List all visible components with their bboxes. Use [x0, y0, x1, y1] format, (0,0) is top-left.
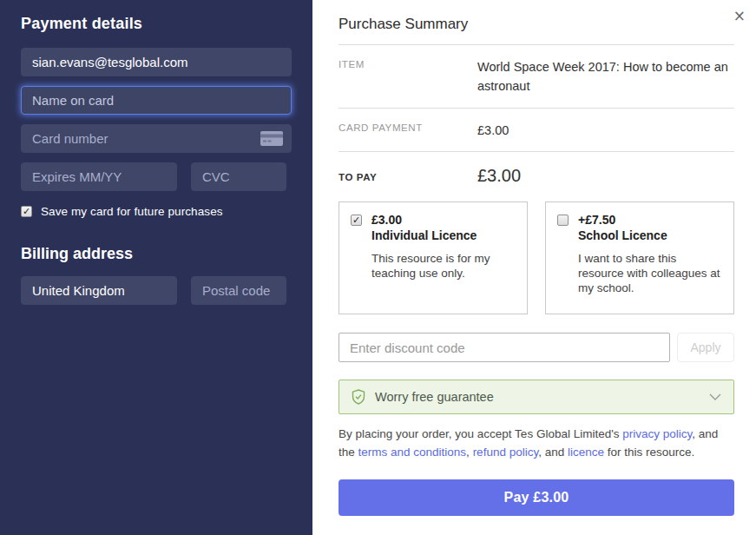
- school-licence-name: School Licence: [578, 228, 722, 244]
- payment-details-title: Payment details: [21, 15, 292, 33]
- name-on-card-field[interactable]: [21, 86, 292, 115]
- school-licence-price: +£7.50: [578, 213, 722, 228]
- terms-text: By placing your order, you accept Tes Gl…: [339, 426, 734, 462]
- postal-code-input[interactable]: [191, 276, 286, 305]
- pay-button[interactable]: Pay £3.00: [339, 479, 734, 516]
- privacy-policy-link[interactable]: privacy policy: [622, 427, 692, 440]
- guarantee-label: Worry free guarantee: [375, 390, 700, 404]
- expiry-field[interactable]: [21, 162, 177, 191]
- card-number-field[interactable]: [21, 124, 292, 153]
- save-card-checkbox[interactable]: ✓: [21, 206, 32, 217]
- refund-policy-link[interactable]: refund policy: [473, 446, 539, 459]
- terms-segment: ,: [466, 446, 473, 459]
- individual-licence-name: Individual Licence: [371, 228, 516, 244]
- school-licence-checkbox[interactable]: [557, 215, 569, 226]
- card-payment-row: CARD PAYMENT £3.00: [339, 109, 734, 152]
- individual-licence-description: This resource is for my teaching use onl…: [371, 252, 516, 281]
- card-payment-value: £3.00: [477, 121, 734, 140]
- terms-and-conditions-link[interactable]: terms and conditions: [358, 446, 467, 459]
- terms-segment: , and: [538, 446, 568, 459]
- credit-card-icon: [260, 131, 283, 146]
- item-row: ITEM World Space Week 2017: How to becom…: [339, 45, 734, 109]
- apply-button[interactable]: Apply: [677, 333, 734, 362]
- individual-licence-price: £3.00: [371, 213, 516, 228]
- to-pay-row: TO PAY £3.00: [339, 152, 734, 198]
- billing-address-title: Billing address: [21, 245, 292, 263]
- purchase-summary-title: Purchase Summary: [339, 16, 734, 45]
- individual-licence-checkbox[interactable]: ✓: [351, 215, 362, 226]
- save-card-label: Save my card for future purchases: [41, 205, 223, 218]
- item-value: World Space Week 2017: How to become an …: [477, 57, 734, 96]
- shield-check-icon: [352, 389, 365, 405]
- individual-licence-card[interactable]: ✓ £3.00 Individual Licence This resource…: [339, 201, 528, 314]
- email-field[interactable]: [21, 48, 292, 76]
- school-licence-card[interactable]: +£7.50 School Licence I want to share th…: [545, 201, 734, 314]
- card-payment-label: CARD PAYMENT: [339, 121, 477, 133]
- payment-details-panel: Payment details ✓ Sav: [0, 0, 312, 535]
- purchase-summary-panel: × Purchase Summary ITEM World Space Week…: [312, 0, 756, 535]
- terms-segment: By placing your order, you accept Tes Gl…: [339, 427, 622, 440]
- worry-free-guarantee-toggle[interactable]: Worry free guarantee: [339, 380, 734, 414]
- terms-segment: for this resource.: [604, 446, 694, 459]
- discount-code-input[interactable]: [339, 333, 670, 362]
- chevron-down-icon: [709, 393, 721, 400]
- item-label: ITEM: [339, 57, 477, 69]
- licence-link[interactable]: licence: [568, 446, 604, 459]
- discount-row: Apply: [339, 333, 734, 362]
- close-icon[interactable]: ×: [733, 9, 746, 23]
- licence-options: ✓ £3.00 Individual Licence This resource…: [339, 201, 734, 314]
- to-pay-value: £3.00: [477, 162, 734, 189]
- school-licence-description: I want to share this resource with colle…: [578, 252, 722, 296]
- country-select[interactable]: United Kingdom: [21, 276, 177, 305]
- cvc-field[interactable]: [191, 162, 286, 191]
- checkout-dialog: Payment details ✓ Sav: [0, 0, 756, 535]
- to-pay-label: TO PAY: [339, 170, 477, 182]
